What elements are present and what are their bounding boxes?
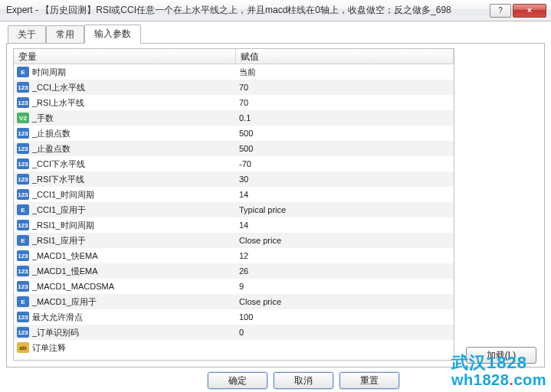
param-name-cell: 123最大允许滑点 [14,312,236,323]
table-row[interactable]: ab订单注释 [14,340,454,355]
table-row[interactable]: 123最大允许滑点100 [14,309,454,325]
param-name-cell: E_MACD1_应用于 [14,296,236,308]
type-icon: ab [17,342,29,353]
param-name-cell: 123_RSI下水平线 [14,174,236,185]
type-icon: 123 [17,174,29,185]
param-value[interactable]: 70 [236,98,454,107]
param-name: _CCI1_应用于 [32,204,86,216]
type-icon: E [17,67,29,77]
table-row[interactable]: 123_止损点数500 [14,126,454,141]
type-icon: 123 [17,266,29,276]
col-header-value[interactable]: 赋值 [236,49,454,64]
param-value[interactable]: Typical price [236,205,454,214]
tabpanel-inputs: 变量 赋值 E时间周期当前123_CCI上水平线70123_RSI上水平线70V… [6,43,545,368]
param-value[interactable]: 70 [236,83,454,92]
param-name: 订单注释 [32,342,66,354]
param-name: _MACD1_慢EMA [32,266,98,277]
tab-about[interactable]: 关于 [8,25,46,44]
table-row[interactable]: 123_RSI1_时间周期14 [14,217,454,233]
param-name: 最大允许滑点 [32,312,83,323]
titlebar: Expert - 【历史回测】RSI或CCI任意一个在上水平线之上，并且macd… [0,0,551,21]
table-row[interactable]: 123_CCI1_时间周期14 [14,187,454,202]
table-row[interactable]: 123_RSI下水平线30 [14,172,454,187]
param-name: 时间周期 [32,67,66,78]
type-icon: 123 [17,82,29,93]
param-name-cell: 123_RSI上水平线 [14,97,236,109]
param-value[interactable]: Close price [236,297,454,306]
param-value[interactable]: -70 [236,159,454,168]
param-value[interactable]: 0 [236,328,454,337]
type-icon: 123 [17,250,29,261]
type-icon: 123 [17,97,29,108]
window-buttons: ? × [488,4,546,18]
table-row[interactable]: 123_MACD1_快EMA12 [14,248,454,263]
param-value[interactable]: 500 [236,144,454,153]
param-name: _CCI上水平线 [32,82,85,93]
param-value[interactable]: 12 [236,251,454,260]
param-name: _手数 [32,113,54,124]
load-button[interactable]: 加载(L) [466,347,536,364]
type-icon: E [17,296,29,307]
type-icon: 123 [17,220,29,230]
reset-button[interactable]: 重置 [339,372,399,389]
type-icon: 123 [17,128,29,139]
list-header: 变量 赋值 [14,49,454,64]
param-value[interactable]: 500 [236,129,454,138]
param-name: _订单识别码 [32,327,79,338]
dialog-body: 关于 常用 输入参数 变量 赋值 E时间周期当前123_CCI上水平线70123… [0,21,551,392]
param-name-cell: ab订单注释 [14,342,236,354]
table-row[interactable]: E时间周期当前 [14,64,454,80]
param-name-cell: 123_CCI1_时间周期 [14,189,236,201]
param-name: _RSI下水平线 [32,174,84,185]
param-name: _MACD1_MACDSMA [32,282,114,291]
type-icon: 123 [17,312,29,322]
param-value[interactable]: 30 [236,175,454,184]
table-row[interactable]: E_MACD1_应用于Close price [14,294,454,309]
window-title: Expert - 【历史回测】RSI或CCI任意一个在上水平线之上，并且macd… [6,4,488,17]
param-name: _止盈点数 [32,143,71,155]
cancel-button[interactable]: 取消 [274,372,333,389]
param-value[interactable]: Close price [236,236,454,245]
tab-inputs[interactable]: 输入参数 [84,24,141,44]
param-value[interactable]: 14 [236,190,454,199]
help-button[interactable]: ? [490,4,511,18]
param-value[interactable]: 14 [236,220,454,230]
param-value[interactable]: 0.1 [236,113,454,122]
param-name-cell: 123_CCI下水平线 [14,158,236,170]
param-name: _止损点数 [32,128,71,139]
table-row[interactable]: E_RSI1_应用于Close price [14,233,454,248]
param-name-cell: 123_MACD1_MACDSMA [14,281,236,292]
type-icon: 123 [17,327,29,338]
param-name-cell: 123_止损点数 [14,128,236,139]
param-name-cell: 123_RSI1_时间周期 [14,220,236,231]
close-button[interactable]: × [513,4,546,18]
tab-common[interactable]: 常用 [46,25,84,44]
param-name-cell: V2_手数 [14,113,236,124]
parameters-list: 变量 赋值 E时间周期当前123_CCI上水平线70123_RSI上水平线70V… [13,48,454,361]
list-body[interactable]: E时间周期当前123_CCI上水平线70123_RSI上水平线70V2_手数0.… [14,64,454,360]
type-icon: 123 [17,143,29,154]
param-name: _RSI1_时间周期 [32,220,94,231]
param-name-cell: E时间周期 [14,67,236,78]
param-value[interactable]: 9 [236,282,454,291]
col-header-variable[interactable]: 变量 [14,49,236,64]
table-row[interactable]: 123_CCI下水平线-70 [14,156,454,172]
param-name: _RSI1_应用于 [32,235,86,247]
param-value[interactable]: 26 [236,266,454,276]
param-name: _RSI上水平线 [32,97,84,109]
table-row[interactable]: 123_止盈点数500 [14,141,454,156]
table-row[interactable]: 123_MACD1_慢EMA26 [14,263,454,279]
param-name-cell: E_RSI1_应用于 [14,235,236,247]
ok-button[interactable]: 确定 [208,372,267,389]
table-row[interactable]: 123_MACD1_MACDSMA9 [14,279,454,294]
param-name: _MACD1_快EMA [32,250,98,262]
table-row[interactable]: E_CCI1_应用于Typical price [14,202,454,217]
table-row[interactable]: 123_RSI上水平线70 [14,95,454,110]
tabstrip: 关于 常用 输入参数 [6,26,545,43]
table-row[interactable]: V2_手数0.1 [14,110,454,126]
table-row[interactable]: 123_订单识别码0 [14,325,454,340]
param-name-cell: 123_止盈点数 [14,143,236,155]
param-value[interactable]: 当前 [236,67,454,78]
param-value[interactable]: 100 [236,312,454,322]
table-row[interactable]: 123_CCI上水平线70 [14,80,454,95]
